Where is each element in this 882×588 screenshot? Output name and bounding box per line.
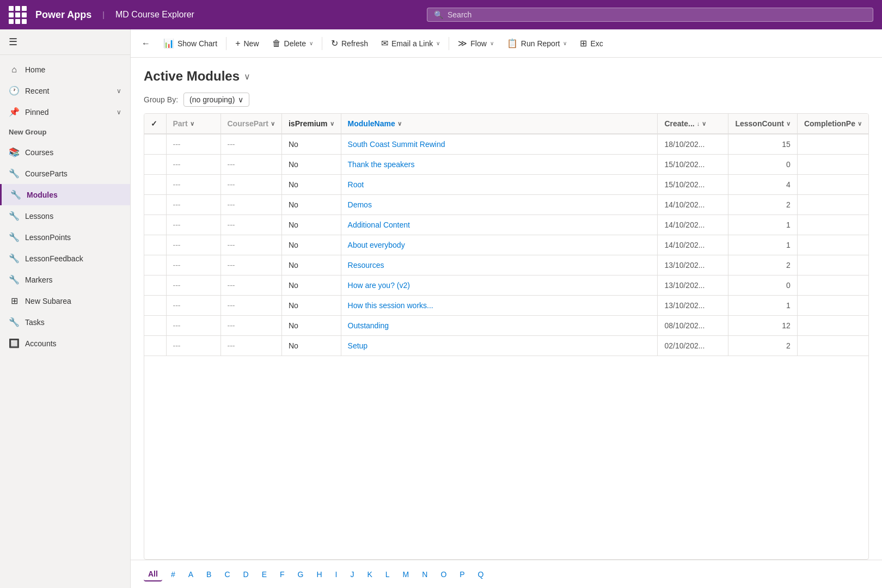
sidebar-item-newsubarea[interactable]: ⊞ New Subarea [0,290,130,311]
pinned-chevron-icon: ∨ [117,108,121,116]
row-ispremium: No [281,134,341,155]
column-lessoncount[interactable]: LessonCount∨ [728,114,797,134]
newsubarea-label: New Subarea [25,297,121,305]
sidebar-item-pinned[interactable]: 📌 Pinned ∨ [0,101,130,122]
excel-button[interactable]: ⊞ Exc [573,35,609,52]
pagination-link[interactable]: E [258,568,271,581]
pagination-bar: All#ABCDEFGHIJKLMNOPQ [131,560,882,588]
pagination-link[interactable]: O [436,568,451,581]
pagination-link[interactable]: A [184,568,198,581]
pagination-link[interactable]: M [399,568,414,581]
pagination-link[interactable]: L [381,568,394,581]
pagination-link[interactable]: I [331,568,342,581]
search-icon: 🔍 [434,10,443,19]
check-icon: ✓ [151,119,157,128]
row-part: --- [166,175,220,195]
groupby-select[interactable]: (no grouping) ∨ [183,93,249,107]
row-modulename[interactable]: How this session works... [341,296,658,316]
row-check[interactable] [144,336,166,356]
sidebar-item-tasks[interactable]: 🔧 Tasks [0,311,130,333]
run-report-button[interactable]: 📋 Run Report ∨ [500,35,574,52]
column-coursepart[interactable]: CoursePart∨ [220,114,281,134]
row-modulename[interactable]: Outstanding [341,316,658,336]
row-check[interactable] [144,175,166,195]
pagination-link[interactable]: All [144,567,162,581]
pagination-link[interactable]: P [455,568,469,581]
flow-button[interactable]: ≫ Flow ∨ [451,35,500,52]
sidebar-item-lessons[interactable]: 🔧 Lessons [0,205,130,226]
lessonpoints-label: LessonPoints [25,233,121,242]
row-check[interactable] [144,155,166,175]
row-modulename[interactable]: How are you? (v2) [341,275,658,296]
table-row: --- --- No Resources 13/10/202... 2 [144,255,868,275]
row-modulename[interactable]: About everybody [341,235,658,255]
row-coursepart: --- [220,235,281,255]
sidebar-item-recent[interactable]: 🕐 Recent ∨ [0,80,130,101]
row-ispremium: No [281,296,341,316]
pagination-link[interactable]: H [312,568,326,581]
chart-icon: 📊 [163,38,174,48]
sidebar-item-markers[interactable]: 🔧 Markers [0,269,130,290]
refresh-button[interactable]: ↻ Refresh [324,35,375,52]
delete-label: Delete [284,39,306,48]
sidebar-item-courseparts[interactable]: 🔧 CourseParts [0,163,130,184]
row-check[interactable] [144,316,166,336]
sidebar-item-accounts[interactable]: 🔲 Accounts [0,333,130,354]
back-button[interactable]: ← [135,35,157,52]
title-chevron-icon[interactable]: ∨ [244,71,250,82]
column-ispremium[interactable]: isPremium∨ [281,114,341,134]
row-created: 13/10/202... [658,275,728,296]
row-modulename[interactable]: Additional Content [341,215,658,235]
hamburger-icon[interactable]: ☰ [9,36,17,47]
pagination-link[interactable]: F [275,568,289,581]
row-lessoncount: 2 [728,255,797,275]
pagination-link[interactable]: K [363,568,376,581]
row-modulename[interactable]: Setup [341,336,658,356]
lessoncount-sort-icon: ∨ [786,120,791,127]
pin-icon: 📌 [9,107,20,117]
row-check[interactable] [144,235,166,255]
row-modulename[interactable]: South Coast Summit Rewind [341,134,658,155]
column-part[interactable]: Part∨ [166,114,220,134]
row-ispremium: No [281,255,341,275]
pagination-link[interactable]: B [202,568,216,581]
row-modulename[interactable]: Thank the speakers [341,155,658,175]
column-completionpe[interactable]: CompletionPe∨ [797,114,868,134]
show-chart-button[interactable]: 📊 Show Chart [157,35,224,52]
grid-icon[interactable] [9,6,27,24]
pagination-link[interactable]: # [167,568,180,581]
tasks-label: Tasks [25,318,121,327]
search-bar[interactable]: 🔍 Search [427,8,873,22]
pagination-link[interactable]: D [239,568,253,581]
row-check[interactable] [144,275,166,296]
row-completionpe [797,316,868,336]
row-check[interactable] [144,255,166,275]
delete-button[interactable]: 🗑 Delete ∨ [266,35,320,52]
pagination-link[interactable]: N [418,568,432,581]
sidebar-item-home[interactable]: ⌂ Home [0,59,130,80]
sidebar-item-modules[interactable]: 🔧 Modules [0,184,130,205]
modules-table: ✓ Part∨ CoursePart∨ isPremium∨ [144,114,868,356]
pagination-link[interactable]: J [346,568,358,581]
row-check[interactable] [144,134,166,155]
row-check[interactable] [144,296,166,316]
row-modulename[interactable]: Root [341,175,658,195]
pagination-link[interactable]: Q [474,568,488,581]
row-ispremium: No [281,195,341,215]
sidebar-item-lessonpoints[interactable]: 🔧 LessonPoints [0,226,130,248]
column-created[interactable]: Create...↓∨ [658,114,728,134]
row-check[interactable] [144,215,166,235]
sidebar-item-lessonfeedback[interactable]: 🔧 LessonFeedback [0,248,130,269]
main-layout: ☰ ⌂ Home 🕐 Recent ∨ 📌 Pinned ∨ New Group… [0,29,882,588]
email-link-button[interactable]: ✉ Email a Link ∨ [375,35,446,52]
new-button[interactable]: + New [229,35,265,52]
column-check[interactable]: ✓ [144,114,166,134]
sidebar-item-courses[interactable]: 📚 Courses [0,142,130,163]
row-check[interactable] [144,195,166,215]
pagination-link[interactable]: G [293,568,308,581]
pagination-link[interactable]: C [220,568,234,581]
row-modulename[interactable]: Demos [341,195,658,215]
column-modulename[interactable]: ModuleName∨ [341,114,658,134]
row-modulename[interactable]: Resources [341,255,658,275]
row-part: --- [166,215,220,235]
